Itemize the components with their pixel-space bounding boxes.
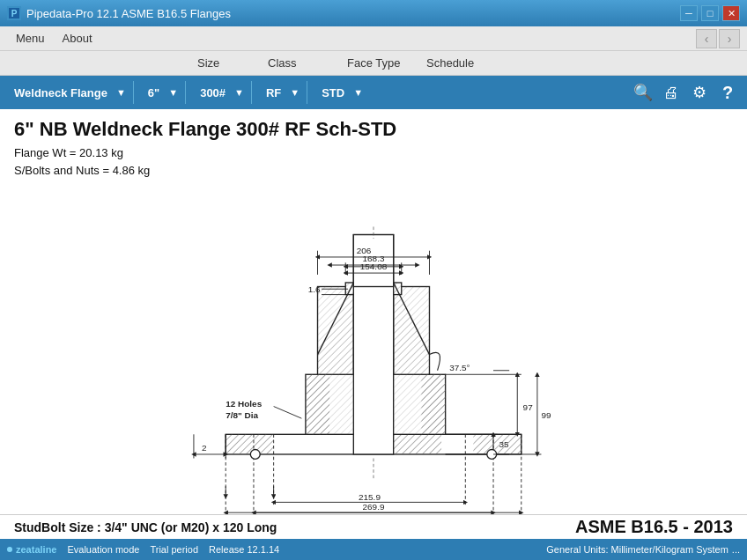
flange-type-dropdown[interactable]: ▼ bbox=[116, 87, 126, 98]
logo-dot-1 bbox=[7, 547, 12, 552]
stud-bolt-text: StudBolt Size : 3/4" UNC (or M20) x 120 … bbox=[14, 520, 277, 534]
eval-mode: Evaluation mode bbox=[67, 544, 139, 555]
face-type-header: Face Type bbox=[347, 56, 426, 70]
svg-text:12 Holes: 12 Holes bbox=[226, 399, 262, 409]
window-controls: ─ □ ✕ bbox=[680, 5, 740, 21]
close-button[interactable]: ✕ bbox=[722, 5, 740, 21]
svg-point-68 bbox=[250, 450, 260, 460]
svg-text:1.6: 1.6 bbox=[308, 284, 321, 294]
back-button[interactable]: ‹ bbox=[696, 29, 717, 48]
title-bar: P Pipedata-Pro 12.1 ASME B16.5 Flanges ─… bbox=[0, 0, 747, 26]
svg-text:7/8" Dia: 7/8" Dia bbox=[226, 410, 258, 420]
print-button[interactable]: 🖨 bbox=[659, 80, 684, 105]
flange-drawing: 37.5° 206 168.3 154.08 1.6 97 bbox=[0, 171, 747, 514]
trial-period: Trial period bbox=[150, 544, 198, 555]
face-dropdown[interactable]: ▼ bbox=[290, 87, 300, 98]
schedule-value: STD bbox=[314, 86, 351, 99]
toolbar: Weldneck Flange ▼ 6" ▼ 300# ▼ RF ▼ STD ▼… bbox=[0, 76, 747, 109]
flange-weight: Flange Wt = 20.13 kg bbox=[14, 144, 733, 162]
asme-text: ASME B16.5 - 2013 bbox=[575, 517, 733, 537]
svg-text:2: 2 bbox=[202, 443, 207, 453]
zeataline-logo: zeataline bbox=[16, 544, 56, 555]
size-value: 6" bbox=[141, 86, 166, 99]
help-button[interactable]: ? bbox=[715, 80, 740, 105]
flange-type-label: Weldneck Flange bbox=[7, 86, 115, 99]
app-icon: P bbox=[7, 6, 21, 20]
status-right: General Units: Millimeter/Kilogram Syste… bbox=[546, 544, 740, 555]
schedule-dropdown[interactable]: ▼ bbox=[353, 87, 363, 98]
status-dots-end: ... bbox=[732, 544, 740, 555]
class-dropdown[interactable]: ▼ bbox=[234, 87, 244, 98]
svg-text:97: 97 bbox=[523, 402, 534, 412]
menu-menu-item[interactable]: Menu bbox=[7, 28, 54, 48]
forward-button[interactable]: › bbox=[719, 29, 740, 48]
svg-rect-3 bbox=[394, 434, 441, 454]
main-content: 6" NB Weldneck Flange 300# RF Sch-STD Fl… bbox=[0, 109, 747, 514]
title-bar-text: Pipedata-Pro 12.1 ASME B16.5 Flanges bbox=[26, 7, 680, 20]
divider-1 bbox=[133, 81, 134, 104]
schedule-section: STD ▼ bbox=[314, 86, 363, 99]
nav-arrows: ‹ › bbox=[696, 29, 740, 48]
schedule-header: Schedule bbox=[426, 56, 474, 70]
minimize-button[interactable]: ─ bbox=[680, 5, 698, 21]
svg-rect-4 bbox=[473, 434, 521, 454]
drawing-area: 37.5° 206 168.3 154.08 1.6 97 bbox=[0, 171, 747, 514]
maximize-button[interactable]: □ bbox=[701, 5, 719, 21]
status-bar: zeataline Evaluation mode Trial period R… bbox=[0, 539, 747, 560]
about-menu-item[interactable]: About bbox=[54, 28, 101, 48]
release-version: Release 12.1.14 bbox=[209, 544, 279, 555]
svg-text:269.9: 269.9 bbox=[363, 502, 385, 512]
class-section: 300# ▼ bbox=[193, 86, 244, 99]
search-button[interactable]: 🔍 bbox=[631, 80, 655, 105]
svg-text:37.5°: 37.5° bbox=[449, 363, 470, 372]
size-section: 6" ▼ bbox=[141, 86, 178, 99]
settings-button[interactable]: ⚙ bbox=[687, 80, 712, 105]
status-logo-section: zeataline Evaluation mode Trial period R… bbox=[7, 544, 279, 555]
divider-3 bbox=[251, 81, 252, 104]
divider-4 bbox=[307, 81, 307, 104]
size-header: Size bbox=[197, 56, 268, 70]
divider-2 bbox=[185, 81, 186, 104]
menu-bar: Menu About ‹ › bbox=[0, 26, 747, 51]
svg-text:99: 99 bbox=[541, 410, 551, 420]
face-value: RF bbox=[259, 86, 288, 99]
svg-rect-2 bbox=[226, 434, 273, 454]
class-value: 300# bbox=[193, 86, 233, 99]
svg-text:215.9: 215.9 bbox=[359, 492, 381, 502]
svg-line-67 bbox=[274, 407, 302, 419]
size-dropdown[interactable]: ▼ bbox=[168, 87, 178, 98]
flange-type-section: Weldneck Flange ▼ bbox=[7, 86, 126, 99]
units-label: General Units: Millimeter/Kilogram Syste… bbox=[546, 544, 729, 555]
class-header: Class bbox=[268, 56, 347, 70]
main-title: 6" NB Weldneck Flange 300# RF Sch-STD bbox=[14, 118, 733, 141]
face-section: RF ▼ bbox=[259, 86, 300, 99]
svg-text:35: 35 bbox=[499, 439, 509, 449]
bottom-bar: StudBolt Size : 3/4" UNC (or M20) x 120 … bbox=[0, 514, 747, 539]
svg-text:320: 320 bbox=[366, 512, 381, 514]
column-headers: Size Class Face Type Schedule bbox=[0, 51, 747, 76]
svg-text:154.08: 154.08 bbox=[360, 262, 388, 271]
